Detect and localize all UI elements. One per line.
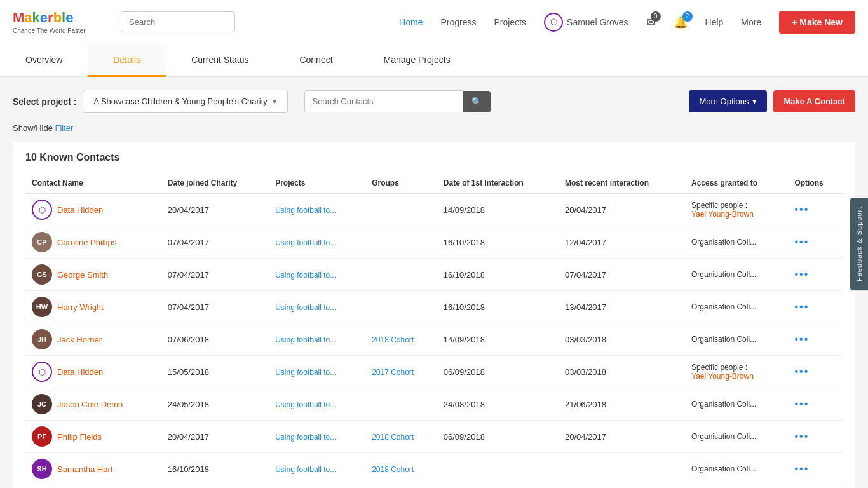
contact-name-link[interactable]: Philip Fields: [57, 432, 102, 442]
project-link[interactable]: Using football to...: [275, 238, 336, 247]
date-joined-cell: 24/05/2018: [161, 388, 269, 421]
options-dots-icon[interactable]: •••: [794, 204, 809, 215]
project-cell: Using football to...: [269, 259, 365, 291]
select-project-label: Select project :: [13, 97, 76, 107]
options-dots-icon[interactable]: •••: [794, 301, 809, 312]
project-link[interactable]: Using football to...: [275, 271, 336, 280]
options-dots-icon[interactable]: •••: [794, 236, 809, 247]
tab-details[interactable]: Details: [88, 44, 166, 77]
access-type: Organisation Coll...: [691, 432, 782, 441]
contact-name-link[interactable]: George Smith: [57, 270, 108, 280]
tab-manage-projects[interactable]: Manage Projects: [358, 44, 476, 77]
feedback-sidebar[interactable]: Feedback & Support: [850, 198, 868, 290]
project-link[interactable]: Using football to...: [275, 206, 336, 215]
more-options-button[interactable]: More Options ▾: [689, 90, 767, 112]
contact-name-link[interactable]: Jack Horner: [57, 335, 102, 344]
table-row: SH Samantha Hart 16/10/2018 Using footba…: [25, 453, 843, 485]
bell-badge: 2: [682, 11, 693, 22]
more-link[interactable]: More: [741, 17, 761, 27]
group-link[interactable]: 2018 Cohort: [372, 433, 414, 442]
options-dots-icon[interactable]: •••: [794, 269, 809, 280]
first-interaction-cell: 16/10/2018: [437, 259, 559, 291]
date-joined-cell: 15/05/2018: [161, 356, 269, 388]
options-cell[interactable]: •••: [788, 421, 843, 453]
options-cell[interactable]: •••: [788, 291, 843, 323]
chevron-down-icon: ▾: [273, 97, 277, 106]
contact-name-cell: HW Harry Wright: [32, 297, 155, 317]
access-cell: Organisation Coll...: [685, 453, 788, 485]
tab-connect[interactable]: Connect: [274, 44, 358, 77]
filter-link[interactable]: Show/Hide Filter: [13, 123, 855, 133]
mail-icon-wrap[interactable]: ✉ 0: [646, 15, 656, 29]
group-link[interactable]: 2018 Cohort: [372, 336, 414, 344]
project-link[interactable]: Using football to...: [275, 465, 336, 474]
access-type: Organisation Coll...: [691, 270, 782, 279]
col-projects: Projects: [269, 173, 365, 193]
project-link[interactable]: Using football to...: [275, 400, 336, 409]
project-link[interactable]: Using football to...: [275, 303, 336, 312]
search-contacts-button[interactable]: 🔍: [463, 91, 491, 112]
project-cell: Using football to...: [269, 356, 365, 388]
search-input[interactable]: [121, 11, 235, 32]
logo-subtitle: Change The World Faster: [13, 27, 102, 34]
help-link[interactable]: Help: [705, 17, 724, 27]
access-type: Organisation Coll...: [691, 302, 782, 311]
options-cell[interactable]: •••: [788, 388, 843, 421]
options-dots-icon[interactable]: •••: [794, 431, 809, 442]
contact-name-link[interactable]: Jason Cole Demo: [57, 400, 123, 409]
avatar: JH: [32, 329, 52, 349]
nav-home[interactable]: Home: [399, 17, 423, 27]
project-link[interactable]: Using football to...: [275, 433, 336, 442]
group-link[interactable]: 2017 Cohort: [372, 368, 414, 377]
search-contacts-input[interactable]: [304, 90, 463, 112]
options-cell[interactable]: •••: [788, 453, 843, 485]
nav-progress[interactable]: Progress: [440, 17, 476, 27]
options-cell[interactable]: •••: [788, 323, 843, 356]
contact-name-cell: SH Samantha Hart: [32, 459, 155, 479]
contact-name-link[interactable]: Caroline Phillips: [57, 238, 116, 247]
access-person: Yael Young-Brown: [691, 210, 782, 219]
search-contacts-area: 🔍: [304, 90, 491, 112]
project-dropdown[interactable]: A Showcase Children & Young People's Cha…: [83, 90, 287, 113]
user-profile[interactable]: ⬡ Samuel Groves: [544, 13, 628, 32]
table-row: JC Jason Cole Demo 24/05/2018 Using foot…: [25, 388, 843, 421]
avatar: GS: [32, 264, 52, 285]
options-dots-icon[interactable]: •••: [794, 366, 809, 377]
options-dots-icon[interactable]: •••: [794, 463, 809, 474]
avatar: HW: [32, 297, 52, 317]
contact-name-link[interactable]: Samantha Hart: [57, 464, 112, 474]
date-joined-cell: 20/04/2017: [161, 421, 269, 453]
col-access-granted: Access granted to: [685, 173, 788, 193]
options-cell[interactable]: •••: [788, 356, 843, 388]
bell-icon-wrap[interactable]: 🔔 2: [674, 15, 688, 29]
project-link[interactable]: Using football to...: [275, 336, 336, 344]
recent-interaction-cell: 20/04/2017: [559, 193, 685, 226]
options-cell[interactable]: •••: [788, 226, 843, 259]
make-new-button[interactable]: + Make New: [779, 11, 855, 34]
contact-name-link[interactable]: Data Hidden: [57, 367, 103, 377]
group-link[interactable]: 2018 Cohort: [372, 465, 414, 474]
contact-name-link[interactable]: Data Hidden: [57, 205, 103, 215]
tab-current-status[interactable]: Current Status: [166, 44, 274, 77]
options-dots-icon[interactable]: •••: [794, 398, 809, 409]
avatar: JC: [32, 394, 52, 414]
nav-projects[interactable]: Projects: [494, 17, 526, 27]
recent-interaction-cell: 07/04/2017: [559, 259, 685, 291]
make-contact-button[interactable]: Make A Contact: [773, 90, 855, 112]
access-cell: Specific people :Yael Young-Brown: [685, 356, 788, 388]
col-contact-name: Contact Name: [25, 173, 161, 193]
date-joined-cell: 07/04/2017: [161, 291, 269, 323]
recent-interaction-cell: 20/04/2017: [559, 421, 685, 453]
project-link[interactable]: Using football to...: [275, 368, 336, 377]
tab-overview[interactable]: Overview: [0, 44, 88, 77]
options-cell[interactable]: •••: [788, 193, 843, 226]
options-dots-icon[interactable]: •••: [794, 334, 809, 344]
first-interaction-cell: 14/09/2018: [437, 323, 559, 356]
contact-name-link[interactable]: Harry Wright: [57, 302, 104, 312]
options-cell[interactable]: •••: [788, 259, 843, 291]
mail-badge: 0: [651, 11, 661, 22]
contact-name-cell: CP Caroline Phillips: [32, 232, 155, 252]
user-shield-icon: ⬡: [544, 13, 563, 32]
dropdown-arrow-icon: ▾: [752, 97, 757, 106]
table-header-row: Contact Name Date joined Charity Project…: [25, 173, 843, 193]
